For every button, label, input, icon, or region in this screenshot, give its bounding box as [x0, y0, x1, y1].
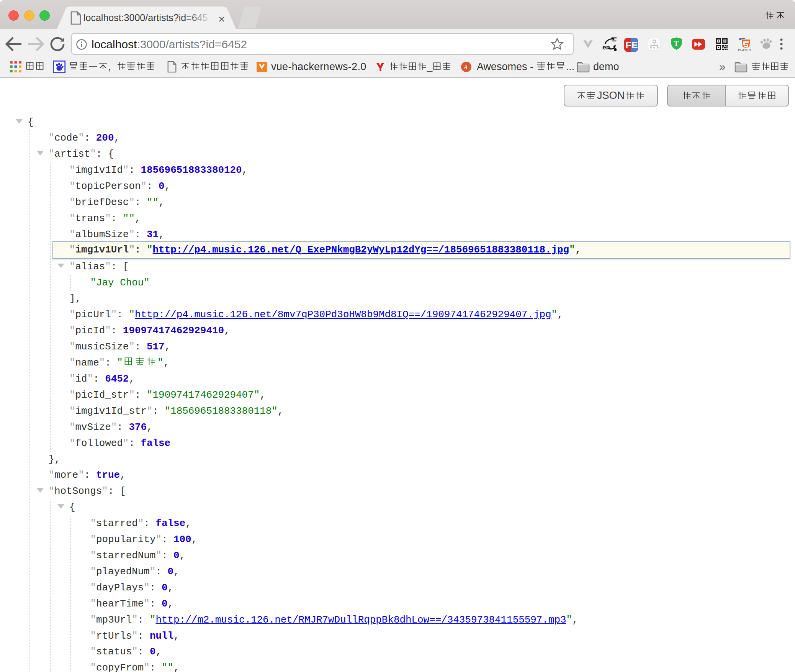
svg-text:en: en [602, 43, 610, 51]
svg-text:F: F [625, 40, 631, 50]
svg-text:T: T [674, 40, 679, 48]
svg-text:A: A [463, 64, 468, 71]
svg-text:PLAYER: PLAYER [738, 48, 751, 52]
svg-text:E: E [631, 40, 638, 50]
